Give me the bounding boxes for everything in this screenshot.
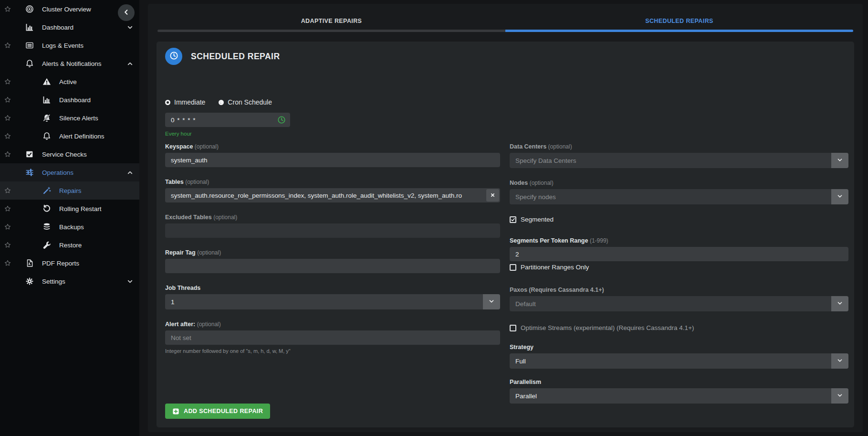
segmented-label: Segmented: [521, 216, 554, 223]
sidebar-item-label: Backups: [59, 223, 84, 231]
sidebar-item-label: Dashboard: [42, 24, 73, 31]
excluded-tables-input[interactable]: [165, 223, 500, 238]
star-icon[interactable]: [4, 260, 11, 266]
plus-square-icon: [172, 408, 179, 415]
sidebar-item-active[interactable]: Active: [0, 73, 139, 91]
radio-cron-schedule[interactable]: Cron Schedule: [219, 98, 272, 106]
star-icon[interactable]: [4, 115, 11, 121]
sidebar: Cluster OverviewDashboardLogs & EventsAl…: [0, 0, 139, 436]
sidebar-item-alert-definitions[interactable]: Alert Definitions: [0, 127, 139, 145]
star-icon[interactable]: [4, 78, 11, 85]
partitioner-ranges-only-checkbox-row[interactable]: Partitioner Ranges Only: [510, 264, 848, 271]
sidebar-item-backups[interactable]: Backups: [0, 218, 139, 236]
clear-tables-button[interactable]: [486, 189, 499, 202]
sidebar-collapse-button[interactable]: [118, 4, 135, 21]
tab-indicator: [505, 30, 853, 32]
star-icon[interactable]: [4, 187, 11, 194]
sidebar-item-operations[interactable]: Operations: [0, 163, 139, 181]
repair-tag-input[interactable]: [165, 259, 500, 273]
sidebar-item-settings[interactable]: Settings: [0, 272, 139, 290]
segmented-checkbox-row[interactable]: Segmented: [510, 216, 848, 223]
tab-adaptive-repairs[interactable]: ADAPTIVE REPAIRS: [157, 4, 505, 32]
parallelism-field: Parallelism Parallel: [510, 379, 848, 404]
warning-icon: [42, 77, 52, 86]
paxos-select[interactable]: Default: [510, 296, 848, 311]
paxos-field: Paxos (Requires Cassandra 4.1+) Default: [510, 287, 848, 311]
bar-chart-icon: [42, 96, 52, 104]
sidebar-item-label: Restore: [59, 242, 82, 249]
data-centers-select[interactable]: Specify Data Centers: [510, 153, 848, 168]
sidebar-item-dashboard[interactable]: Dashboard: [0, 18, 139, 36]
add-scheduled-repair-button[interactable]: ADD SCHEDULED REPAIR: [165, 404, 270, 419]
job-threads-select[interactable]: 1: [165, 294, 500, 309]
form-column-right: Data Centers (optional) Specify Data Cen…: [510, 143, 848, 415]
tab-label: SCHEDULED REPAIRS: [645, 18, 713, 24]
radio-immediate[interactable]: Immediate: [165, 98, 205, 106]
sidebar-item-silence-alerts[interactable]: Silence Alerts: [0, 109, 139, 127]
chevron-down-icon: [831, 353, 848, 369]
chevron-up-icon[interactable]: [126, 60, 134, 67]
radio-immediate-control[interactable]: [165, 100, 170, 105]
chevron-down-icon: [831, 189, 848, 204]
strategy-select[interactable]: Full: [510, 353, 848, 369]
sidebar-item-restore[interactable]: Restore: [0, 236, 139, 254]
data-centers-label: Data Centers (optional): [510, 143, 848, 150]
sidebar-item-alerts-notifications[interactable]: Alerts & Notifications: [0, 54, 139, 73]
segments-per-token-range-input[interactable]: [510, 247, 848, 261]
sidebar-items: Cluster OverviewDashboardLogs & EventsAl…: [0, 0, 139, 290]
main-area: ADAPTIVE REPAIRS SCHEDULED REPAIRS SCHED…: [139, 0, 868, 436]
keyspace-input[interactable]: [165, 153, 500, 167]
form-columns: Keyspace (optional) Tables (optional): [165, 143, 848, 415]
scheduled-repair-card: SCHEDULED REPAIR Immediate Cron Schedule…: [157, 42, 854, 427]
radio-cron-schedule-control[interactable]: [219, 100, 224, 105]
tab-indicator: [157, 30, 505, 32]
sidebar-item-label: Rolling Restart: [59, 205, 102, 213]
clock-icon: [165, 48, 182, 65]
tables-input[interactable]: [165, 188, 500, 202]
chevron-down-icon: [831, 296, 848, 311]
star-icon[interactable]: [4, 42, 11, 49]
target-icon: [25, 5, 34, 13]
sidebar-item-rolling-restart[interactable]: Rolling Restart: [0, 200, 139, 218]
alert-after-input[interactable]: [165, 330, 500, 345]
sidebar-item-service-checks[interactable]: Service Checks: [0, 145, 139, 163]
bar-chart-icon: [25, 23, 34, 32]
clock-icon[interactable]: [277, 116, 286, 124]
gear-icon: [25, 277, 34, 286]
partitioner-ranges-only-checkbox[interactable]: [510, 264, 516, 271]
optimise-streams-checkbox-row[interactable]: Optimise Streams (experimental) (Require…: [510, 324, 848, 331]
star-icon[interactable]: [4, 96, 11, 103]
star-icon[interactable]: [4, 6, 11, 12]
star-icon[interactable]: [4, 223, 11, 230]
optimise-streams-checkbox[interactable]: [510, 325, 516, 331]
repairs-tabs: ADAPTIVE REPAIRS SCHEDULED REPAIRS: [148, 4, 863, 32]
sidebar-item-logs-events[interactable]: Logs & Events: [0, 36, 139, 54]
chevron-down-icon[interactable]: [126, 24, 134, 31]
chevron-down-icon: [831, 153, 848, 168]
star-icon[interactable]: [4, 242, 11, 248]
radio-cron-schedule-label: Cron Schedule: [228, 98, 272, 106]
chevron-down-icon: [483, 294, 500, 309]
parallelism-select[interactable]: Parallel: [510, 388, 848, 404]
nodes-select[interactable]: Specify nodes: [510, 189, 848, 204]
segmented-checkbox[interactable]: [510, 216, 516, 223]
paxos-label: Paxos (Requires Cassandra 4.1+): [510, 287, 848, 293]
star-icon[interactable]: [4, 151, 11, 158]
chevron-down-icon[interactable]: [126, 278, 134, 285]
sidebar-item-label: Settings: [42, 278, 65, 285]
sliders-icon: [25, 168, 34, 177]
tab-scheduled-repairs[interactable]: SCHEDULED REPAIRS: [505, 4, 853, 32]
pdf-file-icon: [25, 259, 34, 267]
star-icon[interactable]: [4, 205, 11, 212]
star-icon[interactable]: [4, 133, 11, 139]
list-icon: [25, 41, 34, 50]
sidebar-item-label: Alert Definitions: [59, 133, 105, 140]
cron-hint: Every hour: [165, 131, 848, 137]
segments-per-token-range-label: Segments Per Token Range (1-999): [510, 237, 848, 244]
sidebar-item-dashboard[interactable]: Dashboard: [0, 91, 139, 109]
chevron-up-icon[interactable]: [126, 169, 134, 176]
sidebar-item-repairs[interactable]: Repairs: [0, 181, 139, 200]
sidebar-item-label: Repairs: [59, 187, 82, 194]
sidebar-item-pdf-reports[interactable]: PDF Reports: [0, 254, 139, 272]
cron-expression-input[interactable]: [165, 113, 290, 127]
